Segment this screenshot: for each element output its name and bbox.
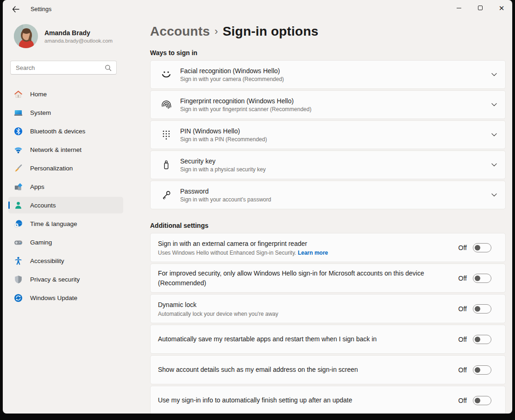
setting-title: Show account details such as my email ad… (158, 365, 436, 374)
sidebar-item-accessibility[interactable]: Accessibility (8, 252, 123, 269)
toggle-knob (475, 245, 480, 251)
window-title: Settings (31, 6, 51, 13)
time-language-icon (14, 219, 23, 228)
maximize-button[interactable] (470, 0, 491, 16)
privacy-security-icon (14, 275, 23, 284)
option-subtitle: Sign in with your camera (Recommended) (180, 76, 491, 82)
back-button[interactable] (6, 2, 25, 17)
signin-option-security-key[interactable]: Security key Sign in with a physical sec… (150, 150, 506, 179)
setting-title: Dynamic lock (158, 300, 436, 309)
security-key-icon (159, 158, 173, 172)
chevron-down-icon[interactable] (491, 73, 497, 76)
option-title: Security key (180, 157, 491, 165)
sidebar-item-label: Bluetooth & devices (30, 128, 85, 135)
toggle-switch[interactable] (473, 304, 491, 313)
minimize-button[interactable] (448, 0, 470, 16)
setting-title: Sign in with an external camera or finge… (158, 239, 436, 248)
toggle-knob (475, 398, 480, 403)
toggle-switch[interactable] (473, 396, 491, 405)
signin-option-pin[interactable]: PIN (Windows Hello) Sign in with a PIN (… (150, 120, 506, 149)
option-subtitle: Sign in with your fingerprint scanner (R… (180, 106, 491, 113)
chevron-down-icon[interactable] (491, 163, 497, 167)
pin-keypad-icon (159, 128, 173, 142)
setting-windows-hello-only: For improved security, only allow Window… (150, 263, 506, 293)
sidebar-item-personalization[interactable]: Personalization (8, 160, 123, 176)
toggle-knob (475, 276, 480, 281)
sidebar-item-apps[interactable]: Apps (8, 178, 123, 195)
page-title: Sign-in options (223, 24, 319, 38)
breadcrumb-separator-icon: › (210, 25, 223, 37)
sidebar-item-system[interactable]: System (8, 104, 123, 121)
sidebar-item-bluetooth[interactable]: Bluetooth & devices (8, 123, 123, 139)
sidebar-item-label: Privacy & security (30, 276, 80, 283)
setting-title: Use my sign-in info to automatically fin… (158, 395, 436, 405)
option-subtitle: Sign in with your account's password (180, 196, 491, 203)
sidebar-item-label: Apps (30, 183, 44, 190)
sidebar-item-label: Home (30, 91, 47, 98)
setting-title: For improved security, only allow Window… (158, 269, 436, 288)
option-title: PIN (Windows Hello) (180, 127, 491, 135)
user-account-block[interactable]: Amanda Brady amanda.brady@outlook.com (14, 24, 129, 48)
chevron-down-icon[interactable] (491, 103, 497, 107)
setting-restartable-apps: Automatically save my restartable apps a… (150, 325, 506, 354)
learn-more-link[interactable]: Learn more (298, 250, 328, 256)
home-icon (14, 90, 23, 99)
key-icon (159, 188, 173, 202)
sidebar-item-label: System (30, 109, 51, 116)
sidebar-item-accounts[interactable]: Accounts (8, 197, 123, 213)
settings-window: Settings ✕ Amanda Brady (3, 0, 512, 414)
chevron-down-icon[interactable] (491, 193, 497, 197)
option-title: Facial recognition (Windows Hello) (180, 67, 491, 75)
toggle-state-label: Off (458, 244, 467, 251)
breadcrumb-parent[interactable]: Accounts (150, 24, 210, 38)
network-wifi-icon (14, 145, 23, 154)
sidebar-item-network[interactable]: Network & internet (8, 141, 123, 158)
gaming-icon (14, 238, 23, 247)
titlebar: Settings ✕ (3, 0, 512, 19)
option-subtitle: Sign in with a PIN (Recommended) (180, 136, 491, 143)
toggle-state-label: Off (458, 397, 467, 404)
chevron-down-icon[interactable] (491, 133, 497, 137)
toggle-state-label: Off (458, 336, 467, 343)
setting-dynamic-lock: Dynamic lock Automatically lock your dev… (150, 294, 506, 323)
close-icon: ✕ (499, 5, 505, 12)
toggle-switch[interactable] (473, 243, 491, 252)
windows-update-icon (14, 294, 23, 302)
setting-subtitle: Uses Windows Hello without Enhanced Sign… (158, 250, 458, 256)
sidebar-item-privacy-security[interactable]: Privacy & security (8, 271, 123, 288)
sidebar-nav: Home System (3, 86, 129, 306)
signin-option-facial-recognition[interactable]: Facial recognition (Windows Hello) Sign … (150, 60, 506, 89)
setting-show-account-details: Show account details such as my email ad… (150, 355, 506, 384)
maximize-icon (478, 6, 483, 10)
section-heading-ways: Ways to sign in (150, 49, 503, 56)
setting-subtitle-text: Uses Windows Hello without Enhanced Sign… (158, 250, 296, 256)
toggle-switch[interactable] (473, 274, 491, 283)
toggle-state-label: Off (458, 305, 467, 313)
toggle-knob (475, 306, 480, 312)
minimize-icon (457, 8, 461, 8)
option-subtitle: Sign in with a physical security key (180, 166, 491, 173)
toggle-state-label: Off (458, 366, 467, 374)
toggle-switch[interactable] (473, 335, 491, 344)
toggle-knob (475, 337, 480, 342)
sidebar-item-label: Personalization (30, 165, 73, 172)
toggle-switch[interactable] (473, 365, 491, 375)
face-icon (159, 68, 173, 81)
sidebar-item-label: Time & language (30, 220, 77, 227)
setting-subtitle: Automatically lock your device when you'… (158, 311, 458, 317)
avatar (14, 24, 38, 48)
sidebar-item-gaming[interactable]: Gaming (8, 234, 123, 251)
search-input[interactable] (11, 64, 99, 71)
accounts-icon (14, 201, 23, 210)
toggle-state-label: Off (458, 275, 467, 282)
section-heading-additional: Additional settings (150, 222, 503, 229)
search-box[interactable] (10, 61, 117, 75)
sidebar-item-label: Network & internet (30, 146, 82, 153)
sidebar-item-home[interactable]: Home (8, 86, 123, 102)
close-button[interactable]: ✕ (491, 0, 512, 16)
sidebar-item-time-language[interactable]: Time & language (8, 215, 123, 232)
user-name: Amanda Brady (44, 29, 113, 37)
signin-option-fingerprint[interactable]: Fingerprint recognition (Windows Hello) … (150, 90, 506, 119)
sidebar-item-windows-update[interactable]: Windows Update (8, 289, 123, 306)
signin-option-password[interactable]: Password Sign in with your account's pas… (150, 181, 506, 209)
